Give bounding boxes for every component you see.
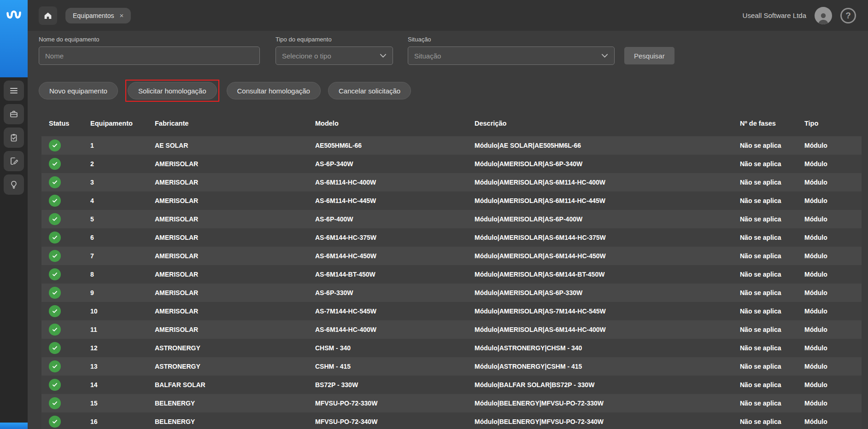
table-row[interactable]: 15 BELENERGY MFVSU-PO-72-330W Módulo|BEL… — [41, 394, 862, 412]
situacao-label: Situação — [408, 36, 615, 43]
table-row[interactable]: 12 ASTRONERGY CHSM - 340 Módulo|ASTRONER… — [41, 339, 862, 357]
topbar: Equipamentos × Useall Software Ltda ? — [28, 0, 868, 31]
cell-modelo: AS-6M144-HC-375W — [315, 234, 475, 241]
sidebar-nav — [0, 77, 28, 195]
cell-modelo: BS72P - 330W — [315, 381, 475, 388]
novo-equipamento-button[interactable]: Novo equipamento — [39, 82, 118, 99]
cell-fases: Não se aplica — [740, 234, 804, 241]
table-row[interactable]: 7 AMERISOLAR AS-6M144-HC-450W Módulo|AME… — [41, 247, 862, 265]
status-cell — [49, 416, 90, 428]
cell-descricao: Módulo|AMERISOLAR|AS-6M144-HC-450W — [475, 252, 740, 260]
cell-equipamento: 8 — [90, 271, 155, 278]
cell-tipo: Módulo — [804, 234, 862, 241]
table-row[interactable]: 10 AMERISOLAR AS-7M144-HC-545W Módulo|AM… — [41, 302, 862, 320]
table-row[interactable]: 14 BALFAR SOLAR BS72P - 330W Módulo|BALF… — [41, 376, 862, 394]
cell-tipo: Módulo — [804, 179, 862, 186]
cell-descricao: Módulo|BELENERGY|MFVSU-PO-72-340W — [475, 418, 740, 425]
sidebar-logo-area — [0, 0, 28, 77]
consultar-homologacao-button[interactable]: Consultar homologação — [227, 82, 321, 99]
nome-label: Nome do equipamento — [39, 36, 260, 43]
cell-tipo: Módulo — [804, 326, 862, 333]
user-avatar-button[interactable] — [815, 7, 832, 24]
useall-logo-icon[interactable] — [6, 7, 22, 24]
solicitar-homologacao-button[interactable]: Solicitar homologação — [128, 82, 217, 99]
cell-equipamento: 1 — [90, 142, 155, 149]
check-circle-icon — [49, 213, 61, 225]
cell-equipamento: 13 — [90, 363, 155, 370]
sidebar-projects-button[interactable] — [4, 104, 24, 124]
col-fases: Nº de fases — [740, 120, 804, 127]
cell-fases: Não se aplica — [740, 215, 804, 223]
help-button[interactable]: ? — [840, 8, 856, 23]
cell-descricao: Módulo|BALFAR SOLAR|BS72P - 330W — [475, 381, 740, 388]
cell-tipo: Módulo — [804, 400, 862, 407]
home-icon — [43, 11, 53, 21]
check-circle-icon — [49, 287, 61, 299]
cell-fabricante: AMERISOLAR — [155, 252, 315, 260]
pesquisar-button[interactable]: Pesquisar — [624, 47, 674, 64]
cell-descricao: Módulo|AMERISOLAR|AS-6M114-HC-400W — [475, 179, 740, 186]
cell-fabricante: ASTRONERGY — [155, 363, 315, 370]
sidebar-edit-button[interactable] — [4, 151, 24, 171]
sidebar — [0, 0, 28, 429]
nome-input[interactable] — [39, 46, 260, 65]
cell-equipamento: 11 — [90, 326, 155, 333]
lightbulb-icon — [9, 180, 18, 189]
sidebar-documents-button[interactable] — [4, 128, 24, 148]
status-cell — [49, 379, 90, 391]
cell-descricao: Módulo|AE SOLAR|AE505HM6L-66 — [475, 142, 740, 149]
table-row[interactable]: 9 AMERISOLAR AS-6P-330W Módulo|AMERISOLA… — [41, 284, 862, 302]
table-row[interactable]: 11 AMERISOLAR AS-6M144-HC-400W Módulo|AM… — [41, 320, 862, 339]
home-button[interactable] — [39, 6, 57, 25]
cell-descricao: Módulo|AMERISOLAR|AS-6P-400W — [475, 215, 740, 223]
check-circle-icon — [49, 232, 61, 243]
cell-equipamento: 15 — [90, 400, 155, 407]
cell-tipo: Módulo — [804, 271, 862, 278]
cell-equipamento: 9 — [90, 289, 155, 296]
cell-fabricante: AMERISOLAR — [155, 271, 315, 278]
col-modelo: Modelo — [315, 120, 475, 127]
status-cell — [49, 250, 90, 262]
sidebar-ideas-button[interactable] — [4, 174, 24, 195]
col-descricao: Descrição — [475, 120, 740, 127]
sidebar-bottom-accent — [0, 423, 28, 429]
sidebar-menu-button[interactable] — [4, 81, 24, 101]
table-row[interactable]: 13 ASTRONERGY CSHM - 415 Módulo|ASTRONER… — [41, 357, 862, 376]
check-circle-icon — [49, 416, 61, 428]
app-window: Equipamentos × Useall Software Ltda ? No… — [0, 0, 868, 429]
tab-close-icon[interactable]: × — [120, 12, 124, 19]
check-circle-icon — [49, 397, 61, 409]
tipo-select[interactable]: Selecione o tipo — [276, 46, 393, 65]
cell-descricao: Módulo|AMERISOLAR|AS-6M114-HC-445W — [475, 197, 740, 204]
table-row[interactable]: 16 BELENERGY MFVSU-PO-72-340W Módulo|BEL… — [41, 412, 862, 429]
cell-modelo: MFVSU-PO-72-330W — [315, 400, 475, 407]
tipo-select-value: Selecione o tipo — [282, 52, 331, 60]
table-body: 1 AE SOLAR AE505HM6L-66 Módulo|AE SOLAR|… — [41, 136, 862, 429]
check-circle-icon — [49, 324, 61, 336]
user-icon — [816, 11, 830, 24]
briefcase-icon — [9, 110, 18, 119]
table-row[interactable]: 3 AMERISOLAR AS-6M114-HC-400W Módulo|AME… — [41, 173, 862, 191]
cell-fases: Não se aplica — [740, 142, 804, 149]
cell-fabricante: AMERISOLAR — [155, 197, 315, 204]
tab-equipamentos[interactable]: Equipamentos × — [65, 8, 131, 23]
cell-tipo: Módulo — [804, 160, 862, 168]
table-row[interactable]: 2 AMERISOLAR AS-6P-340W Módulo|AMERISOLA… — [41, 155, 862, 173]
table-row[interactable]: 1 AE SOLAR AE505HM6L-66 Módulo|AE SOLAR|… — [41, 136, 862, 155]
table-row[interactable]: 4 AMERISOLAR AS-6M114-HC-445W Módulo|AME… — [41, 191, 862, 210]
cell-modelo: AS-6M114-HC-445W — [315, 197, 475, 204]
cell-fabricante: AMERISOLAR — [155, 234, 315, 241]
cancelar-solicitacao-button[interactable]: Cancelar solicitação — [328, 82, 411, 99]
cell-fases: Não se aplica — [740, 197, 804, 204]
table-row[interactable]: 8 AMERISOLAR AS-6M144-BT-450W Módulo|AME… — [41, 265, 862, 284]
cell-modelo: CHSM - 340 — [315, 344, 475, 352]
table-row[interactable]: 5 AMERISOLAR AS-6P-400W Módulo|AMERISOLA… — [41, 210, 862, 228]
cell-descricao: Módulo|AMERISOLAR|AS-6P-330W — [475, 289, 740, 296]
cell-fabricante: AE SOLAR — [155, 142, 315, 149]
cell-descricao: Módulo|BELENERGY|MFVSU-PO-72-330W — [475, 400, 740, 407]
status-cell — [49, 360, 90, 372]
situacao-select[interactable]: Situação — [408, 46, 615, 65]
table-row[interactable]: 6 AMERISOLAR AS-6M144-HC-375W Módulo|AME… — [41, 228, 862, 247]
action-buttons: Novo equipamento Solicitar homologação C… — [28, 65, 868, 102]
tab-label: Equipamentos — [73, 12, 114, 19]
